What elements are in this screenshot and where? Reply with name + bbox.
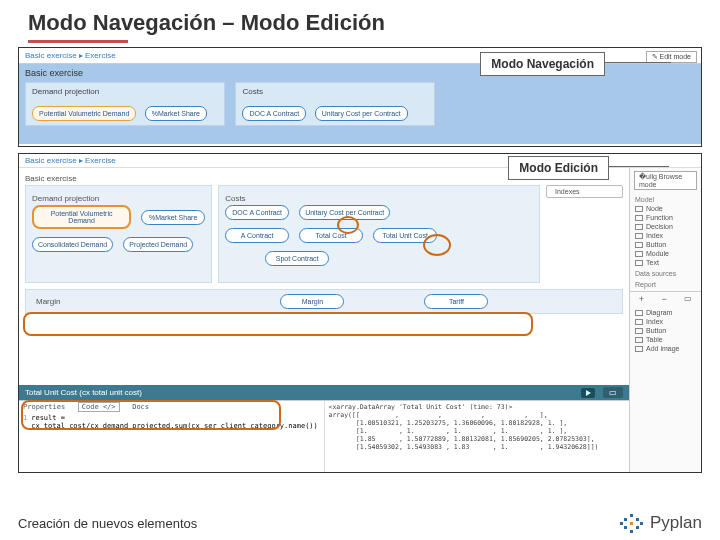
index-icon	[635, 233, 643, 239]
side-rep-diagram[interactable]: Diagram	[630, 308, 701, 317]
title-underline	[28, 40, 128, 43]
edit-sidebar: �ullg Browse mode Model Node Function De…	[629, 168, 701, 473]
pyplan-logo: Pyplan	[620, 512, 702, 534]
footer-text: Creación de nuevos elementos	[18, 516, 197, 531]
side-datasources-sec: Data sources	[630, 267, 701, 278]
node-unitary-cost[interactable]: Unitary Cost per Contract	[315, 106, 408, 121]
diagram-canvas[interactable]: Basic exercise Demand projection Potenti…	[19, 168, 629, 385]
node-doc-a-contract[interactable]: DOC A Contract	[242, 106, 306, 121]
dg-costs-label: Costs	[225, 194, 533, 203]
breadcrumb-edit-text: Basic exercise ▸ Exercise	[25, 156, 116, 165]
play-icon	[586, 390, 591, 396]
side-report-sec: Report	[630, 278, 701, 289]
panel-edit-mode: Modo Edición Basic exercise ▸ Exercise B…	[18, 153, 702, 473]
panel-browse-mode: Modo Navegación Basic exercise ▸ Exercis…	[18, 47, 702, 147]
dg-node-totalunitcost[interactable]: Total Unit Cost	[373, 228, 437, 243]
dg-node-pvd[interactable]: Potential Volumetric Demand	[32, 205, 131, 229]
side-button[interactable]: Button	[630, 240, 701, 249]
diagram-icon	[635, 310, 643, 316]
button-icon	[635, 242, 643, 248]
highlight-frame-tabbar	[23, 312, 533, 336]
code-left[interactable]: Properties Code </> Docs 1 result = cx_t…	[19, 401, 325, 473]
code-tab-docs[interactable]: Docs	[132, 403, 149, 411]
side-model-sec: Model	[630, 193, 701, 204]
node-potential-volumetric[interactable]: Potential Volumetric Demand	[32, 106, 136, 121]
group-costs: Costs DOC A Contract Unitary Cost per Co…	[235, 82, 435, 126]
side-rep-table[interactable]: Table	[630, 335, 701, 344]
rep-index-icon	[635, 319, 643, 325]
rep-image-icon	[635, 346, 643, 352]
dg-margin: Margin Margin Tariff	[25, 289, 623, 314]
browse-mode-button[interactable]: �ullg Browse mode	[634, 171, 697, 190]
node-market-share[interactable]: %Market Share	[145, 106, 207, 121]
callout-edit-line	[609, 166, 669, 167]
rep-button-icon	[635, 328, 643, 334]
dg-node-spot[interactable]: Spot Contract	[265, 251, 329, 266]
function-icon	[635, 215, 643, 221]
code-line-num: 1	[23, 414, 31, 430]
side-index[interactable]: Index	[630, 231, 701, 240]
side-add-icon[interactable]: +	[639, 294, 644, 304]
side-copy-icon[interactable]: ▭	[684, 294, 692, 304]
browse-body: Basic exercise Demand projection Potenti…	[19, 64, 701, 144]
dg-node-acontract[interactable]: A Contract	[225, 228, 289, 243]
side-function[interactable]: Function	[630, 213, 701, 222]
code-pane: Properties Code </> Docs 1 result = cx_t…	[19, 400, 629, 473]
tabbar-title: Total Unit Cost (cx total unit cost)	[25, 388, 142, 397]
dg-node-unitcost[interactable]: Unitary Cost per Contract	[299, 205, 390, 220]
dg-costs: Costs DOC A Contract Unitary Cost per Co…	[218, 185, 540, 283]
rep-table-icon	[635, 337, 643, 343]
properties-tabbar: Total Unit Cost (cx total unit cost) ▭	[19, 385, 629, 400]
tabbar-chip[interactable]: ▭	[603, 387, 623, 398]
pyplan-logo-text: Pyplan	[650, 513, 702, 533]
group-costs-label: Costs	[242, 87, 428, 96]
dg-node-doca[interactable]: DOC A Contract	[225, 205, 289, 220]
callout-nav: Modo Navegación	[480, 52, 605, 76]
side-rep-button[interactable]: Button	[630, 326, 701, 335]
side-node[interactable]: Node	[630, 204, 701, 213]
dg-node-pd[interactable]: Projected Demand	[123, 237, 193, 252]
dg-node-cd[interactable]: Consolidated Demand	[32, 237, 113, 252]
decision-icon	[635, 224, 643, 230]
slide-footer: Creación de nuevos elementos Pyplan	[18, 512, 702, 534]
side-rep-addimage[interactable]: Add image	[630, 344, 701, 353]
side-decision[interactable]: Decision	[630, 222, 701, 231]
dg-node-totalcost[interactable]: Total Cost	[299, 228, 363, 243]
group-demand-label: Demand projection	[32, 87, 218, 96]
dg-node-ms[interactable]: %Market Share	[141, 210, 205, 225]
text-icon	[635, 260, 643, 266]
group-demand: Demand projection Potential Volumetric D…	[25, 82, 225, 126]
side-rep-index[interactable]: Index	[630, 317, 701, 326]
node-icon	[635, 206, 643, 212]
code-output: <xarray.DataArray 'Total Unit Cost' (tim…	[325, 401, 630, 473]
edit-main: Basic exercise Demand projection Potenti…	[19, 168, 629, 473]
slide-title: Modo Navegación – Modo Edición	[0, 0, 720, 40]
callout-nav-line	[605, 62, 671, 63]
side-module[interactable]: Module	[630, 249, 701, 258]
dg-margin-label: Margin	[36, 297, 60, 306]
dg-demand-label: Demand projection	[32, 194, 205, 203]
code-tab-code[interactable]: Code </>	[78, 402, 120, 412]
callout-edit: Modo Edición	[508, 156, 609, 180]
side-text[interactable]: Text	[630, 258, 701, 267]
pyplan-logo-mark	[620, 512, 644, 534]
dg-indexes[interactable]: Indexes	[546, 185, 623, 198]
module-icon	[635, 251, 643, 257]
dg-demand: Demand projection Potential Volumetric D…	[25, 185, 212, 283]
dg-node-tariff[interactable]: Tariff	[424, 294, 488, 309]
side-remove-icon[interactable]: −	[661, 294, 666, 304]
code-tab-props[interactable]: Properties	[23, 403, 65, 411]
code-line-text[interactable]: result = cx_total_cost/cx_demand_project…	[31, 414, 319, 430]
run-button[interactable]	[581, 388, 595, 398]
dg-node-margin[interactable]: Margin	[280, 294, 344, 309]
